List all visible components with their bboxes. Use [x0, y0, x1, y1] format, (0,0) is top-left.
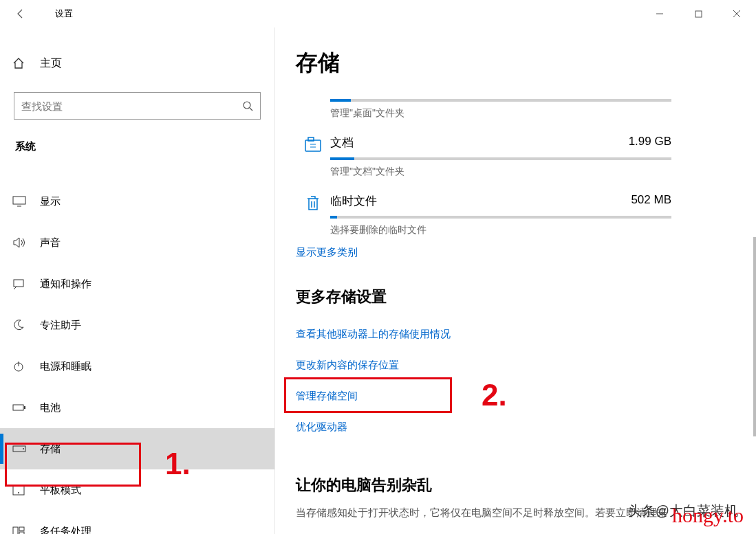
- svg-rect-0: [695, 11, 702, 17]
- svg-rect-6: [24, 406, 25, 409]
- storage-item-documents[interactable]: 文档 1.99 GB 管理"文档"文件夹: [296, 129, 671, 188]
- annotation-box-1: [5, 443, 141, 487]
- svg-rect-5: [13, 405, 23, 410]
- svg-point-1: [244, 102, 250, 109]
- sidebar-item-power[interactable]: 电源和睡眠: [0, 346, 274, 387]
- window-title: 设置: [55, 8, 73, 20]
- minimize-button[interactable]: [640, 0, 679, 27]
- sidebar-item-label: 通知和操作: [40, 278, 91, 291]
- search-icon: [242, 100, 253, 111]
- sidebar-item-sound[interactable]: 声音: [0, 222, 274, 263]
- declutter-heading: 让你的电脑告别杂乱: [296, 475, 756, 496]
- sidebar-item-notifications[interactable]: 通知和操作: [0, 263, 274, 304]
- watermark-logo: hongy.to: [672, 504, 744, 527]
- storage-size: 1.99 GB: [629, 135, 671, 151]
- svg-point-10: [18, 492, 19, 493]
- sidebar-item-battery[interactable]: 电池: [0, 387, 274, 428]
- display-icon: [12, 196, 40, 207]
- sidebar-item-focus[interactable]: 专注助手: [0, 304, 274, 346]
- sidebar-item-label: 声音: [40, 236, 61, 249]
- svg-rect-15: [308, 137, 314, 141]
- svg-rect-2: [13, 197, 25, 204]
- section-label: 系统: [0, 140, 274, 153]
- home-button[interactable]: 主页: [0, 48, 274, 78]
- sidebar-item-label: 电源和睡眠: [40, 360, 91, 373]
- storage-title: 文档: [330, 135, 354, 151]
- sidebar-item-label: 显示: [40, 195, 61, 208]
- home-label: 主页: [40, 56, 62, 71]
- show-more-link[interactable]: 显示更多类别: [296, 246, 358, 259]
- notification-icon: [12, 278, 40, 290]
- main-content: 存储 管理"桌面"文件夹 文档 1.99 GB 管理"文档"文件夹: [275, 27, 756, 534]
- moon-icon: [12, 319, 40, 331]
- battery-icon: [12, 403, 40, 412]
- sidebar-item-multitask[interactable]: 多任务处理: [0, 511, 274, 534]
- sound-icon: [12, 236, 40, 249]
- annotation-label-2: 2.: [482, 378, 507, 412]
- page-title: 存储: [296, 48, 756, 78]
- minimize-icon: [656, 10, 664, 18]
- maximize-icon: [695, 10, 702, 18]
- multitask-icon: [12, 526, 40, 534]
- back-button[interactable]: [0, 0, 41, 27]
- storage-item-desktop-partial[interactable]: 管理"桌面"文件夹: [296, 92, 671, 129]
- storage-size: 502 MB: [631, 193, 671, 209]
- sidebar-item-label: 电池: [40, 401, 61, 414]
- link-other-drives[interactable]: 查看其他驱动器上的存储使用情况: [296, 328, 451, 341]
- svg-rect-11: [13, 527, 18, 534]
- svg-rect-3: [14, 280, 23, 287]
- scrollbar-thumb[interactable]: [753, 237, 756, 436]
- storage-sub: 管理"文档"文件夹: [330, 166, 671, 178]
- storage-title: 临时文件: [330, 193, 377, 209]
- sidebar-item-label: 专注助手: [40, 319, 81, 332]
- close-button[interactable]: [717, 0, 756, 27]
- search-input[interactable]: [21, 100, 242, 112]
- svg-rect-12: [19, 527, 24, 531]
- trash-icon: [296, 193, 330, 212]
- power-icon: [12, 360, 40, 372]
- window-controls: [640, 0, 756, 27]
- home-icon: [12, 57, 40, 69]
- storage-sub: 管理"桌面"文件夹: [330, 107, 671, 120]
- arrow-left-icon: [15, 8, 26, 19]
- annotation-label-1: 1.: [165, 447, 191, 481]
- link-change-save-location[interactable]: 更改新内容的保存位置: [296, 359, 399, 372]
- storage-item-temp[interactable]: 临时文件 502 MB 选择要删除的临时文件: [296, 188, 671, 246]
- documents-icon: [296, 135, 330, 154]
- annotation-box-2: [284, 377, 452, 413]
- sidebar-item-display[interactable]: 显示: [0, 181, 274, 222]
- close-icon: [733, 10, 741, 18]
- more-settings-heading: 更多存储设置: [296, 287, 756, 307]
- maximize-button[interactable]: [679, 0, 717, 27]
- storage-sub: 选择要删除的临时文件: [330, 224, 671, 236]
- svg-rect-14: [305, 140, 321, 151]
- search-box[interactable]: [14, 92, 261, 120]
- link-optimize-drives[interactable]: 优化驱动器: [296, 421, 347, 434]
- sidebar-item-label: 多任务处理: [40, 525, 91, 535]
